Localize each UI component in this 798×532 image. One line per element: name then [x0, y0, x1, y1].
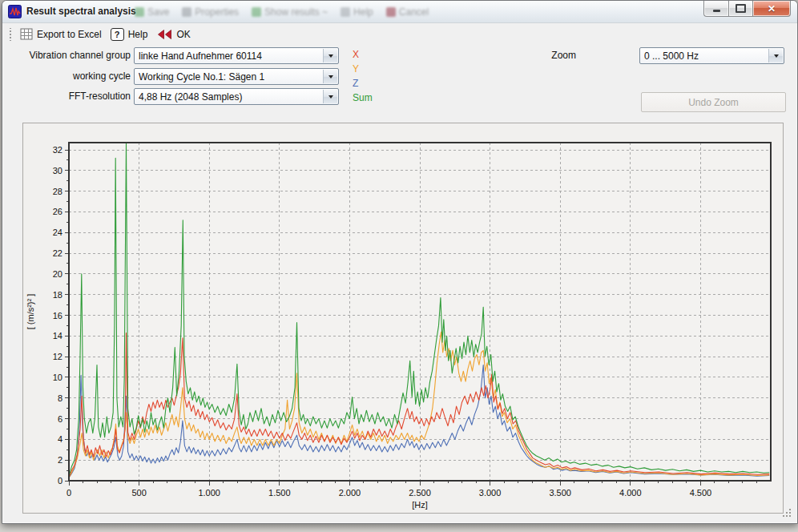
channel-group-dropdown-button[interactable] [323, 49, 337, 62]
svg-text:22: 22 [53, 248, 62, 258]
svg-text:24: 24 [53, 228, 62, 237]
chevron-down-icon [774, 54, 779, 58]
svg-text:0: 0 [66, 488, 71, 498]
chevron-down-icon [328, 75, 333, 79]
svg-text:14: 14 [53, 331, 62, 341]
fft-resolution-dropdown-button[interactable] [323, 90, 337, 103]
ok-button[interactable]: OK [153, 27, 195, 42]
window-controls: ✕ [703, 1, 791, 17]
svg-text:0: 0 [58, 476, 62, 486]
working-cycle-select[interactable]: Working Cycle No.1: Sägen 1 [134, 68, 339, 85]
background-toolbar-item: Show results ~ [252, 6, 328, 18]
svg-text:10: 10 [53, 373, 62, 382]
help-button[interactable]: ? Help [107, 26, 154, 42]
background-toolbar-item: Cancel [386, 6, 429, 18]
fft-resolution-value: 4,88 Hz (2048 Samples) [139, 91, 320, 103]
app-icon [8, 5, 22, 18]
ok-double-arrow-icon [156, 30, 172, 39]
maximize-button[interactable] [728, 1, 753, 17]
undo-zoom-button[interactable]: Undo Zoom [641, 92, 786, 112]
working-cycle-value: Working Cycle No.1: Sägen 1 [139, 71, 320, 83]
svg-text:500: 500 [131, 488, 146, 498]
chevron-down-icon [328, 54, 333, 58]
svg-text:32: 32 [53, 145, 62, 155]
background-toolbar-icon [386, 7, 396, 17]
window-title: Result spectral analysis [26, 6, 136, 17]
svg-text:4.000: 4.000 [619, 488, 642, 498]
svg-text:2.500: 2.500 [409, 488, 431, 498]
title-bar[interactable]: Result spectral analysis SavePropertiesS… [2, 1, 797, 23]
svg-text:6: 6 [58, 414, 62, 424]
export-to-excel-button[interactable]: Export to Excel [17, 26, 107, 42]
svg-text:4.500: 4.500 [690, 488, 712, 498]
fft-resolution-label: FFT-resolution [2, 88, 131, 105]
svg-text:[Hz]: [Hz] [412, 500, 428, 510]
svg-text:12: 12 [53, 352, 62, 361]
spectrum-chart[interactable]: 0246810121416182022242628303205001.0001.… [23, 123, 783, 513]
svg-text:2: 2 [58, 455, 62, 465]
chart-panel: 0246810121416182022242628303205001.0001.… [22, 123, 784, 514]
zoom-label: Zoom [528, 47, 576, 64]
background-toolbar-icon [135, 7, 144, 17]
zoom-value: 0 ... 5000 Hz [644, 50, 766, 62]
dialog-toolbar: Export to Excel ? Help OK [2, 23, 797, 45]
export-to-excel-label: Export to Excel [37, 29, 102, 40]
svg-text:1.500: 1.500 [268, 488, 291, 498]
fft-resolution-select[interactable]: 4,88 Hz (2048 Samples) [134, 88, 339, 105]
channel-group-value: linke Hand Aufnehmer 60114 [139, 50, 320, 62]
help-label: Help [128, 29, 148, 40]
series-legend: X Y Z Sum [353, 47, 373, 105]
svg-text:3.000: 3.000 [479, 488, 502, 498]
background-toolbar-item: Save [135, 6, 169, 18]
working-cycle-label: working cycle [2, 68, 131, 85]
svg-text:20: 20 [53, 269, 62, 279]
svg-text:[ (m/s²)² ]: [ (m/s²)² ] [26, 294, 35, 330]
background-toolbar-icon [252, 7, 261, 17]
maximize-icon [736, 4, 746, 13]
excel-grid-icon [20, 28, 33, 40]
svg-text:4: 4 [58, 434, 62, 444]
legend-item-y: Y [353, 62, 373, 76]
zoom-dropdown-button[interactable] [768, 49, 783, 62]
background-toolbar-item: Properties [182, 6, 239, 18]
svg-text:26: 26 [53, 207, 62, 216]
svg-text:2.000: 2.000 [339, 488, 361, 498]
svg-text:18: 18 [53, 290, 62, 300]
close-icon: ✕ [768, 4, 776, 14]
svg-text:8: 8 [58, 393, 62, 403]
svg-text:1.000: 1.000 [198, 488, 220, 498]
help-icon: ? [111, 28, 124, 41]
working-cycle-dropdown-button[interactable] [323, 70, 337, 83]
chevron-down-icon [328, 95, 333, 99]
svg-text:3.500: 3.500 [549, 488, 571, 498]
dialog-window: Result spectral analysis SavePropertiesS… [2, 0, 798, 524]
channel-group-select[interactable]: linke Hand Aufnehmer 60114 [134, 47, 339, 64]
svg-text:16: 16 [53, 311, 62, 320]
channel-group-label: Vibration channel group [2, 47, 131, 64]
background-toolbar-item: Help [341, 6, 373, 18]
toolbar-grip[interactable] [9, 28, 12, 41]
minimize-icon [713, 10, 720, 12]
minimize-button[interactable] [703, 1, 728, 17]
svg-text:30: 30 [53, 166, 62, 175]
svg-text:28: 28 [53, 187, 62, 196]
legend-item-z: Z [353, 76, 373, 91]
zoom-select[interactable]: 0 ... 5000 Hz [639, 47, 784, 64]
legend-item-sum: Sum [353, 91, 373, 105]
close-button[interactable]: ✕ [753, 1, 791, 17]
ok-label: OK [176, 29, 190, 40]
background-toolbar-icon [182, 7, 191, 17]
resize-grip[interactable] [783, 509, 793, 519]
background-toolbar-icon [341, 7, 350, 17]
legend-item-x: X [353, 47, 373, 62]
background-toolbar: SavePropertiesShow results ~HelpCancel [135, 4, 429, 20]
